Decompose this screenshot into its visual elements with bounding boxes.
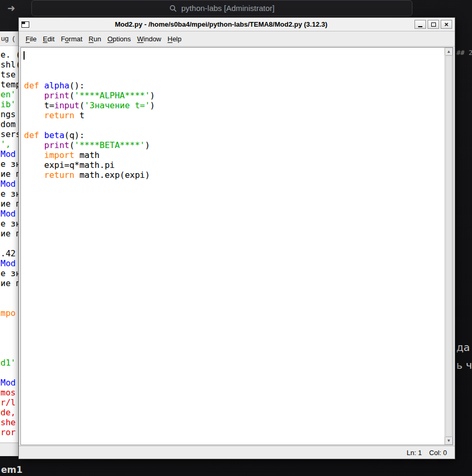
bg-editor-strip: e. (shl(tsetempen'ib'ngsdomsers',Mode зн… <box>0 46 19 443</box>
bg-code-fragment: e зн <box>1 268 19 278</box>
window-icon <box>21 21 29 28</box>
bg-code-fragment: d1' <box>1 358 16 368</box>
scrollbar-thumb[interactable] <box>445 55 452 437</box>
bg-code-fragment: e зн <box>1 189 19 199</box>
bg-code-fragment: mos <box>1 388 16 398</box>
desktop-text-fragment: ь ч <box>456 359 472 371</box>
menu-options[interactable]: Options <box>104 33 134 44</box>
bg-code-fragment: ие п <box>1 278 19 288</box>
code-line: def alpha(): <box>24 81 444 90</box>
desktop: ➜ python-labs [Administrator] ## 2даь ч … <box>0 0 472 476</box>
idle-editor-window: Mod2.py - /home/s0ba4/mpei/python-labs/T… <box>18 17 455 459</box>
bg-code-fragment: ngs <box>1 109 16 119</box>
minimize-button[interactable] <box>415 20 426 29</box>
bg-code-fragment: Mod <box>1 179 16 189</box>
bg-code-fragment: e зн <box>1 219 19 229</box>
bg-code-fragment: shl( <box>1 60 19 70</box>
desktop-text-fragment: ## 2 <box>456 49 472 56</box>
menu-window[interactable]: Window <box>134 33 164 44</box>
window-title: Mod2.py - /home/s0ba4/mpei/python-labs/T… <box>32 20 410 28</box>
desktop-text-fragment: да <box>456 341 470 354</box>
bg-code-fragment: dom <box>1 119 16 129</box>
bg-code-fragment: tse <box>1 70 16 80</box>
status-column-indicator: Col: 0 <box>429 449 447 457</box>
code-line: print('****ALPHA****') <box>24 90 444 100</box>
code-line: expi=q*math.pi <box>24 160 444 170</box>
maximize-icon <box>431 22 436 27</box>
bg-code-fragment: en' <box>1 89 16 99</box>
menu-run[interactable]: Run <box>86 33 105 44</box>
menu-format[interactable]: Format <box>57 33 85 44</box>
vertical-scrollbar[interactable]: ▲ ▼ <box>444 48 453 445</box>
forward-arrow-icon[interactable]: ➜ <box>7 1 15 16</box>
scrollbar-track[interactable] <box>445 55 453 437</box>
bg-code-fragment: ие п <box>1 199 19 209</box>
bg-code-fragment: ие п <box>1 169 19 179</box>
status-line-indicator: Ln: 1 <box>407 449 422 457</box>
scroll-down-button[interactable]: ▼ <box>445 437 453 445</box>
code-line: def beta(q): <box>24 130 444 140</box>
bg-code-fragment: e. ( <box>1 50 19 60</box>
status-bar: Ln: 1 Col: 0 <box>19 446 455 459</box>
taskbar-search-input[interactable]: python-labs [Administrator] <box>31 0 412 16</box>
menu-edit[interactable]: Edit <box>40 33 57 44</box>
title-bar[interactable]: Mod2.py - /home/s0ba4/mpei/python-labs/T… <box>19 18 455 31</box>
bg-code-fragment: ror <box>1 427 16 437</box>
bg-code-fragment: ие п <box>1 229 19 239</box>
code-area[interactable]: def alpha(): print('****ALPHA****') t=in… <box>21 48 444 445</box>
bg-code-fragment: e зн <box>1 159 19 169</box>
background-window-statusbar <box>0 443 19 456</box>
maximize-button[interactable] <box>428 20 439 29</box>
close-button[interactable]: × <box>441 20 452 29</box>
code-line: print('****BETA****') <box>24 140 444 150</box>
window-controls: × <box>413 20 452 29</box>
code-line: return math.exp(expi) <box>24 170 444 180</box>
bg-code-fragment: she <box>1 417 16 427</box>
editor[interactable]: def alpha(): print('****ALPHA****') t=in… <box>20 47 453 445</box>
bg-code-fragment: mpo <box>1 308 16 318</box>
bg-code-fragment: .42 <box>1 248 16 258</box>
text-cursor <box>24 51 25 60</box>
close-icon: × <box>444 21 448 28</box>
code-line: import math <box>24 150 444 160</box>
bg-code-fragment: ib' <box>1 99 16 109</box>
bg-code-fragment: sers <box>1 129 19 139</box>
desktop-bottom-text-fragment: em1 <box>1 464 22 475</box>
menu-file[interactable]: File <box>22 33 40 44</box>
menu-bar: FileEditFormatRunOptionsWindowHelp <box>19 31 455 47</box>
code-line: return t <box>24 110 444 120</box>
code-line: t=input('Значение t=') <box>24 100 444 110</box>
bg-code-fragment: de, <box>1 407 16 417</box>
code-line <box>24 120 444 130</box>
background-window-menubar: ug ( <box>0 31 19 46</box>
bg-code-fragment: ', <box>1 139 10 149</box>
bg-code-fragment: Mod <box>1 209 16 219</box>
scroll-up-button[interactable]: ▲ <box>445 48 453 55</box>
bg-code-fragment: Mod <box>1 258 16 268</box>
menu-help[interactable]: Help <box>165 33 185 44</box>
background-menu-fragment: ug ( <box>1 35 15 42</box>
bg-code-fragment: Mod <box>1 149 16 159</box>
search-icon <box>169 5 177 12</box>
bg-code-fragment: Mod <box>1 378 16 388</box>
bg-code-fragment: r/l <box>1 398 16 407</box>
bg-code-fragment: temp <box>1 80 19 89</box>
search-text: python-labs [Administrator] <box>181 4 274 13</box>
minimize-icon <box>418 26 422 27</box>
